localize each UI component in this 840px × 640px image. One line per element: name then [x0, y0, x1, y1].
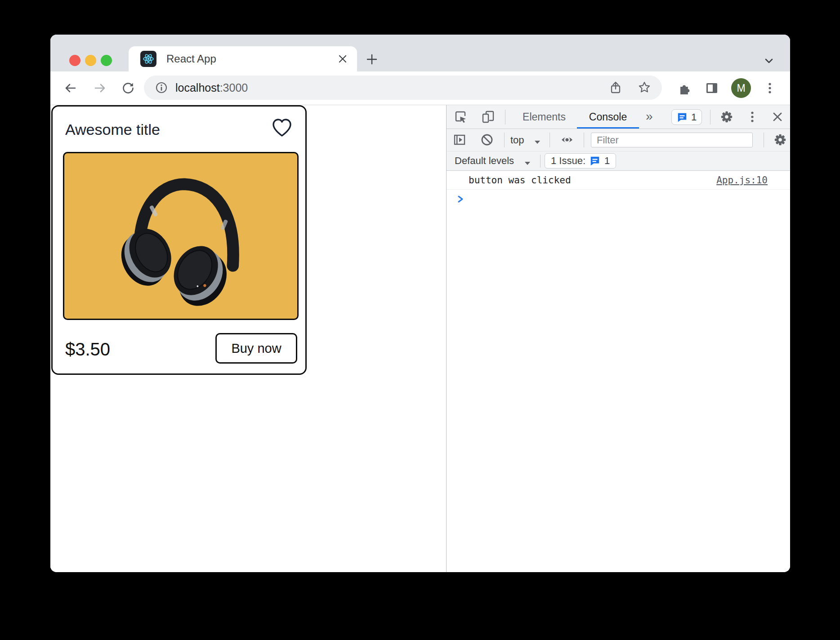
issue-chat-icon — [677, 112, 688, 123]
divider — [550, 133, 550, 147]
device-toolbar-icon[interactable] — [482, 110, 495, 124]
divider — [504, 133, 505, 147]
divider — [710, 110, 710, 124]
tab-search-chevron-icon[interactable] — [763, 54, 775, 67]
live-expression-eye-icon[interactable] — [560, 133, 574, 147]
console-filter-input[interactable] — [591, 133, 753, 147]
levels-caret-icon — [524, 159, 531, 164]
console-settings-gear-icon[interactable] — [773, 133, 787, 147]
console-source-link[interactable]: App.js:10 — [716, 175, 768, 186]
profile-avatar[interactable]: M — [731, 78, 751, 98]
content-area: Awesome title — [50, 105, 790, 572]
console-message-text: button was clicked — [469, 175, 571, 186]
context-caret-icon — [534, 138, 541, 142]
browser-toolbar: localhost:3000 M — [50, 71, 790, 105]
devtools-tab-elements[interactable]: Elements — [513, 105, 576, 129]
site-info-icon[interactable] — [155, 81, 168, 94]
console-toolbar: top — [447, 129, 790, 151]
product-card: Awesome title — [51, 105, 307, 375]
bookmark-star-icon[interactable] — [638, 81, 651, 94]
new-tab-button[interactable] — [365, 53, 379, 66]
react-favicon-icon — [140, 51, 156, 67]
inspect-element-icon[interactable] — [454, 110, 467, 124]
favorite-heart-icon[interactable] — [271, 117, 293, 138]
reload-button[interactable] — [121, 81, 135, 95]
console-prompt-icon — [457, 195, 464, 203]
active-tab-underline — [577, 127, 639, 129]
browser-menu-kebab-icon[interactable] — [766, 81, 773, 95]
divider — [764, 133, 764, 147]
devtools-panel: Elements Console » 1 — [446, 105, 790, 572]
url-port: :3000 — [220, 81, 248, 94]
back-button[interactable] — [64, 81, 77, 95]
side-panel-icon[interactable] — [705, 81, 719, 95]
product-image — [63, 152, 299, 320]
divider — [584, 133, 584, 147]
divider — [505, 110, 505, 124]
close-window-button[interactable] — [69, 55, 80, 66]
clear-console-icon[interactable] — [480, 133, 494, 147]
rendered-page: Awesome title — [50, 105, 446, 572]
tab-title: React App — [166, 53, 216, 65]
url-text: localhost:3000 — [175, 81, 248, 94]
extensions-puzzle-icon[interactable] — [677, 81, 691, 95]
context-selector[interactable]: top — [510, 129, 524, 151]
devtools-menu-kebab-icon[interactable] — [749, 110, 756, 124]
issues-pill-count: 1 — [604, 155, 610, 167]
devtools-close-icon[interactable] — [771, 110, 784, 124]
console-levels-bar: Default levels 1 Issue: 1 — [447, 151, 790, 171]
log-levels-dropdown[interactable]: Default levels — [455, 151, 514, 170]
console-sidebar-icon[interactable] — [453, 133, 466, 147]
console-prompt-row[interactable] — [447, 190, 790, 209]
issues-badge[interactable]: 1 — [671, 109, 702, 125]
address-bar[interactable]: localhost:3000 — [144, 76, 662, 100]
console-message-row: button was clicked App.js:10 — [447, 171, 790, 190]
forward-button[interactable] — [93, 81, 107, 95]
tab-close-icon[interactable] — [336, 53, 349, 65]
more-tabs-chevrons[interactable]: » — [646, 105, 653, 129]
issues-count: 1 — [691, 111, 697, 123]
buy-now-button[interactable]: Buy now — [215, 333, 297, 364]
issues-pill[interactable]: 1 Issue: 1 — [545, 153, 616, 169]
headphones-illustration — [64, 153, 297, 319]
issues-pill-text: 1 Issue: — [551, 155, 585, 167]
devtools-settings-gear-icon[interactable] — [720, 110, 733, 124]
url-host: localhost — [175, 81, 220, 94]
product-title: Awesome title — [65, 121, 160, 138]
tab-strip: React App — [50, 35, 790, 71]
devtools-tabbar: Elements Console » 1 — [447, 105, 790, 129]
browser-window: React App localhost:3000 — [50, 35, 790, 572]
divider — [540, 155, 541, 168]
issue-chat-icon — [590, 156, 600, 166]
devtools-tab-console[interactable]: Console — [576, 105, 639, 129]
browser-tab[interactable]: React App — [129, 46, 357, 71]
zoom-window-button[interactable] — [101, 55, 112, 66]
window-controls — [69, 55, 112, 66]
product-price: $3.50 — [65, 339, 110, 360]
minimize-window-button[interactable] — [85, 55, 96, 66]
share-icon[interactable] — [609, 81, 622, 94]
